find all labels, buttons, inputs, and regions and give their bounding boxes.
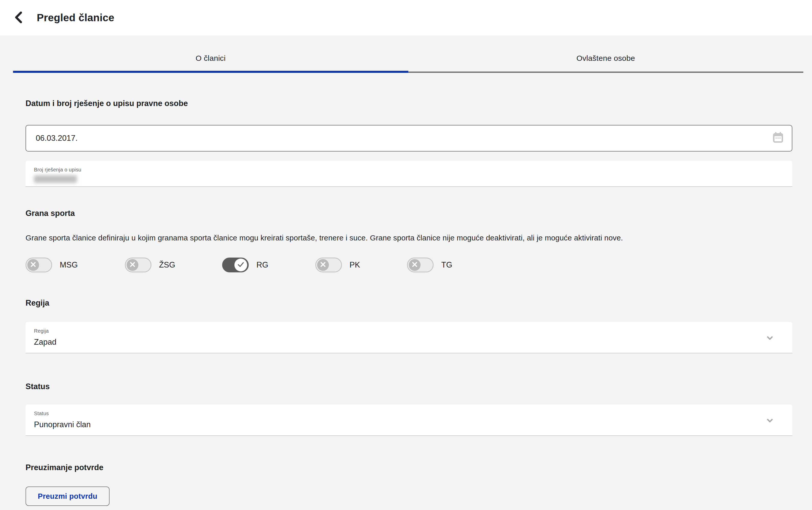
- switch-thumb: [234, 259, 247, 271]
- chevron-left-icon: [12, 10, 26, 25]
- toggle-label: RG: [257, 260, 268, 270]
- tab-label: Ovlaštene osobe: [576, 54, 635, 63]
- tab-underline: [13, 71, 408, 73]
- app-header: Pregled članice: [0, 0, 812, 35]
- switch-thumb: [27, 259, 39, 271]
- switch-track: [407, 258, 433, 273]
- chevron-down-icon: [764, 332, 776, 344]
- grana-sporta-description: Grane sporta članice definiraju u kojim …: [26, 234, 792, 242]
- switch-track: [315, 258, 342, 273]
- section-heading-status: Status: [26, 381, 792, 392]
- date-value: 06.03.2017.: [36, 134, 772, 143]
- chevron-down-icon: [764, 415, 776, 427]
- toggle-label: TG: [441, 260, 452, 270]
- toggle-zsg[interactable]: ŽSG: [125, 258, 175, 273]
- toggle-label: PK: [350, 260, 360, 270]
- toggle-rg[interactable]: RG: [222, 258, 268, 273]
- switch-thumb: [409, 259, 421, 271]
- tab-label: O članici: [196, 54, 226, 63]
- selected-value: Zapad: [34, 338, 792, 347]
- section-heading-datum: Datum i broj rješenje o upisu pravne oso…: [26, 98, 792, 109]
- toggle-tg[interactable]: TG: [407, 258, 452, 273]
- switch-track: [125, 258, 151, 273]
- field-label: Status: [34, 410, 792, 417]
- form-content: Datum i broj rješenje o upisu pravne oso…: [26, 98, 792, 506]
- toggle-label: MSG: [60, 260, 78, 270]
- field-label: Regija: [34, 328, 792, 334]
- tab-underline: [408, 72, 804, 73]
- tab-ovlastene-osobe[interactable]: Ovlaštene osobe: [408, 35, 804, 73]
- section-heading-preuzimanje: Preuzimanje potvrde: [26, 462, 792, 473]
- toggle-label: ŽSG: [159, 260, 175, 270]
- section-heading-regija: Regija: [26, 298, 792, 308]
- tab-o-clanici[interactable]: O članici: [13, 35, 408, 73]
- switch-track: [222, 258, 249, 273]
- masked-value: [34, 175, 77, 183]
- toggle-pk[interactable]: PK: [315, 258, 360, 273]
- selected-value: Punopravni član: [34, 420, 792, 429]
- section-heading-grana-sporta: Grana sporta: [26, 208, 792, 219]
- broj-rjesenja-field[interactable]: Broj rješenja o upisu: [26, 161, 792, 187]
- download-certificate-button[interactable]: Preuzmi potvrdu: [26, 486, 110, 506]
- sport-toggles-row: MSG ŽSG RG PK TG: [26, 258, 792, 273]
- page-title: Pregled članice: [37, 12, 114, 24]
- switch-track: [26, 258, 52, 273]
- switch-thumb: [317, 259, 329, 271]
- back-button[interactable]: [10, 9, 28, 27]
- regija-select[interactable]: Regija Zapad: [26, 322, 792, 353]
- calendar-icon[interactable]: [772, 132, 784, 145]
- tab-bar: O članici Ovlaštene osobe: [13, 35, 803, 73]
- date-field[interactable]: 06.03.2017.: [26, 125, 792, 151]
- toggle-msg[interactable]: MSG: [26, 258, 78, 273]
- field-label: Broj rješenja o upisu: [34, 167, 792, 173]
- status-select[interactable]: Status Punopravni član: [26, 404, 792, 436]
- switch-thumb: [127, 259, 139, 271]
